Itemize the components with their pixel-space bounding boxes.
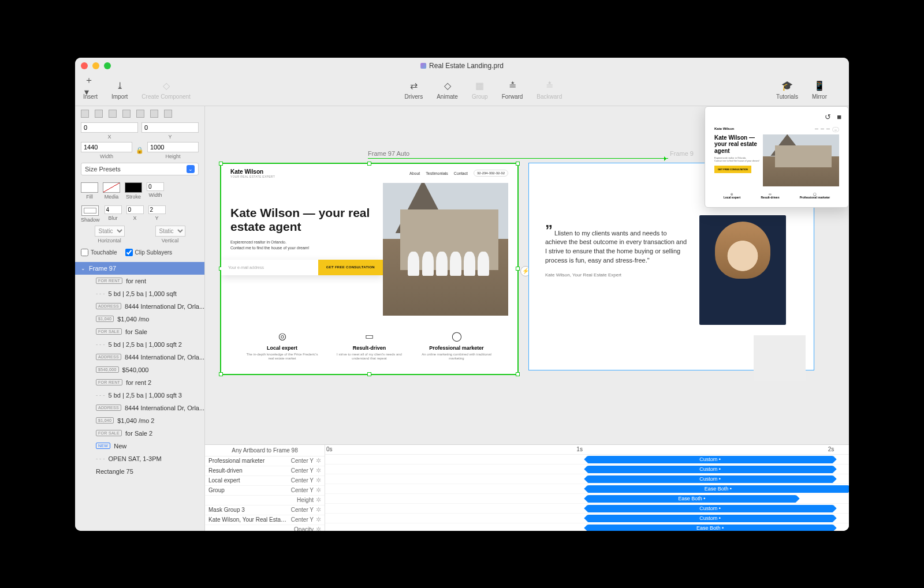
frame-label-2[interactable]: Frame 9 xyxy=(670,150,694,157)
timeline-track[interactable]: Ease Both • xyxy=(325,494,849,504)
window-title-text: Real Estate Landing.prd xyxy=(429,62,504,70)
quote-text: Llisten to my clients wants and needs to… xyxy=(545,230,687,264)
inspector-panel: X Y Width 🔒 Height Size Presets ⌄ Fill M… xyxy=(75,106,205,531)
layer-item[interactable]: - - -5 bd | 2,5 ba | 1,000 sqft 3 xyxy=(75,389,204,402)
timeline-row[interactable]: Opacity✲ xyxy=(205,525,325,531)
align-controls[interactable] xyxy=(75,106,204,121)
blur-input[interactable] xyxy=(105,205,122,214)
easing-bar[interactable]: Custom • xyxy=(587,466,833,473)
artboard-frame-97[interactable]: Kate Wilson YOUR REAL ESTATE EXPERT Abou… xyxy=(220,163,519,375)
layer-item[interactable]: NEWNew xyxy=(75,440,204,452)
easing-bar[interactable]: Custom • xyxy=(587,456,833,463)
y-input[interactable] xyxy=(141,122,199,133)
layer-item[interactable]: FOR SALEfor Sale xyxy=(75,325,204,338)
insert-button[interactable]: ＋▾Insert xyxy=(83,80,98,100)
timeline-track[interactable]: Custom • xyxy=(325,514,849,523)
layer-item[interactable]: FOR RENTfor rent 2 xyxy=(75,376,204,389)
forward-button[interactable]: ≛Forward xyxy=(502,80,523,100)
easing-bar[interactable]: Ease Both • xyxy=(587,485,850,493)
vertical-select[interactable]: Static xyxy=(155,226,185,237)
width-input[interactable] xyxy=(81,142,132,152)
timeline-track[interactable]: Custom • xyxy=(325,504,849,514)
timeline-row[interactable]: Height✲ xyxy=(205,496,325,505)
timeline-ruler: 0s 1s 2s xyxy=(325,445,849,455)
phone-pill: 32-234-332-32-32 xyxy=(474,170,508,177)
logo-text: Kate Wilson xyxy=(230,168,275,175)
layer-item[interactable]: - - -OPEN SAT, 1-3PM xyxy=(75,452,204,465)
minimize-icon[interactable] xyxy=(92,62,99,69)
touchable-checkbox[interactable]: Touchable xyxy=(81,249,117,256)
doc-icon xyxy=(420,63,426,69)
timeline-tracks[interactable]: 0s 1s 2s Custom •Custom •Custom •Ease Bo… xyxy=(325,445,849,531)
animate-button[interactable]: ◇Animate xyxy=(437,80,458,100)
nav-link: Contact xyxy=(454,171,468,175)
height-input[interactable] xyxy=(147,142,199,152)
layer-item[interactable]: - - -5 bd | 2,5 ba | 1,000 sqft 2 xyxy=(75,338,204,351)
size-presets-select[interactable]: Size Presets ⌄ xyxy=(81,163,199,175)
layer-item[interactable]: FOR SALEfor Sale 2 xyxy=(75,427,204,440)
import-button[interactable]: ⤓Import xyxy=(111,80,128,100)
timeline-row[interactable]: GroupCenter Y✲ xyxy=(205,486,325,496)
frame-label[interactable]: Frame 97 Auto xyxy=(368,150,409,157)
drivers-button[interactable]: ⇄Drivers xyxy=(405,80,423,100)
layer-item[interactable]: ADDRESS8444 International Dr, Orla... xyxy=(75,300,204,313)
easing-bar[interactable]: Custom • xyxy=(587,505,833,512)
timeline-track[interactable]: Ease Both • xyxy=(325,484,849,494)
layer-item[interactable]: Rectangle 75 xyxy=(75,465,204,478)
close-icon[interactable] xyxy=(81,62,88,69)
timeline-track[interactable]: Ease Both • xyxy=(325,523,849,531)
hero-title: Kate Wilson — your real estate agent xyxy=(230,206,383,234)
easing-bar[interactable]: Custom • xyxy=(587,515,833,522)
fill-swatch[interactable] xyxy=(81,182,98,193)
timeline-track[interactable]: Custom • xyxy=(325,455,849,465)
timeline-row[interactable]: Mask Group 3Center Y✲ xyxy=(205,505,325,515)
shadow-swatch[interactable] xyxy=(81,205,99,216)
timeline-track[interactable]: Custom • xyxy=(325,474,849,484)
preview-content: Kate Wilson ———— Kate Wilson — your real… xyxy=(710,125,844,203)
shadow-x-input[interactable] xyxy=(126,205,144,214)
horizontal-select[interactable]: Static xyxy=(95,226,125,237)
timeline-row[interactable]: Kate Wilson, Your Real Estate ExpertCent… xyxy=(205,515,325,525)
layer-item[interactable]: - - -5 bd | 2,5 ba | 1,000 sqft xyxy=(75,287,204,300)
stroke-width-input[interactable] xyxy=(147,182,164,191)
create-component-button: ◇Create Component xyxy=(141,80,191,100)
mirror-button[interactable]: 📱Mirror xyxy=(812,80,827,100)
media-swatch[interactable] xyxy=(103,182,120,193)
shadow-y-input[interactable] xyxy=(148,205,166,214)
timeline-track[interactable]: Custom • xyxy=(325,465,849,474)
lock-aspect-icon[interactable]: 🔒 xyxy=(136,142,144,159)
layer-item[interactable]: FOR RENTfor rent xyxy=(75,275,204,287)
easing-bar[interactable]: Ease Both • xyxy=(587,525,833,531)
auto-animate-arrow-icon xyxy=(368,158,668,159)
canvas-area: Frame 97 Auto Frame 9 Kate Wilson YOUR R… xyxy=(205,106,849,531)
easing-bar[interactable]: Ease Both • xyxy=(587,495,797,503)
layer-item[interactable]: ADDRESS8444 International Dr, Orla... xyxy=(75,402,204,414)
portrait-image-mock xyxy=(699,215,786,325)
app-window: Real Estate Landing.prd ＋▾Insert ⤓Import… xyxy=(75,58,849,531)
layer-item[interactable]: $1,040$1,040 /mo xyxy=(75,313,204,325)
layer-item[interactable]: $1,040$1,040 /mo 2 xyxy=(75,414,204,427)
titlebar: Real Estate Landing.prd xyxy=(75,58,849,74)
timeline-header: Any Artboard to Frame 98 xyxy=(205,445,325,456)
clip-sublayers-checkbox[interactable]: Clip Sublayers xyxy=(125,249,172,256)
stroke-swatch[interactable] xyxy=(125,182,142,193)
feature-item: ◯Professional marketerAn online marketin… xyxy=(419,331,494,362)
hero-image-mock xyxy=(383,183,508,316)
quote-author: Kate Wilson, Your Real Estate Expert xyxy=(545,272,688,278)
undo-icon[interactable]: ↺ xyxy=(825,113,831,121)
timeline-row[interactable]: Local expertCenter Y✲ xyxy=(205,476,325,486)
zoom-icon[interactable] xyxy=(104,62,111,69)
timeline-row[interactable]: Result-drivenCenter Y✲ xyxy=(205,466,325,476)
canvas[interactable]: Frame 97 Auto Frame 9 Kate Wilson YOUR R… xyxy=(205,106,849,444)
layer-item[interactable]: ⌄ Frame 97 xyxy=(75,262,204,275)
easing-bar[interactable]: Custom • xyxy=(587,475,833,483)
record-icon[interactable]: ■ xyxy=(837,113,841,121)
layer-item[interactable]: $540,000$540,000 xyxy=(75,364,204,376)
timeline-row[interactable]: Professional marketerCenter Y✲ xyxy=(205,456,325,466)
x-input[interactable] xyxy=(81,122,138,133)
tutorials-button[interactable]: 🎓Tutorials xyxy=(776,80,798,100)
backward-button: ≛Backward xyxy=(536,80,562,100)
window-controls xyxy=(81,62,111,69)
preview-panel[interactable]: ↺ ■ Kate Wilson ———— Kate Wilson — your … xyxy=(705,106,849,208)
layer-item[interactable]: ADDRESS8444 International Dr, Orla... xyxy=(75,351,204,364)
